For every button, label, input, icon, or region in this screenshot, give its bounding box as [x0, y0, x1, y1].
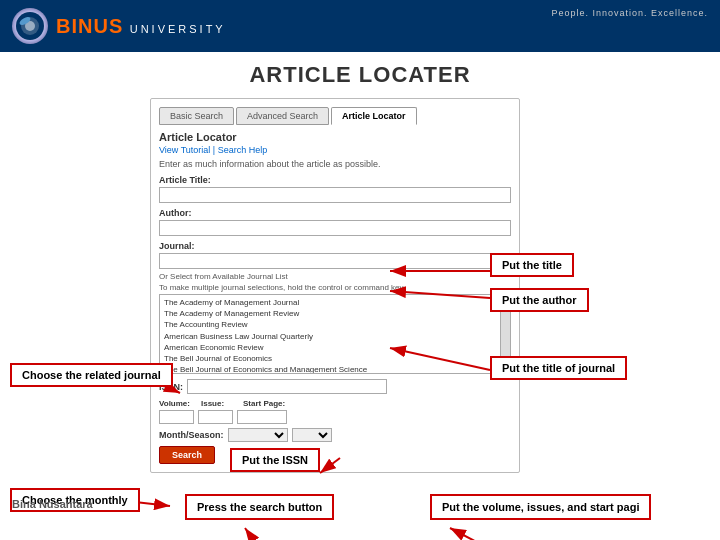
- search-button[interactable]: Search: [159, 446, 215, 464]
- form-links[interactable]: View Tutorial | Search Help: [159, 145, 511, 155]
- article-title-input[interactable]: [159, 187, 511, 203]
- list-item: The Bell Journal of Economics: [164, 353, 506, 364]
- page-title-area: ARTICLE LOCATER: [0, 52, 720, 94]
- vol-issue-row: [159, 410, 511, 424]
- logo-university: UNIVERSITY: [130, 23, 226, 35]
- month-select[interactable]: [228, 428, 288, 442]
- year-select[interactable]: [292, 428, 332, 442]
- start-page-col-header: Start Page:: [243, 399, 285, 408]
- tab-article-locator[interactable]: Article Locator: [331, 107, 417, 125]
- logo-icon: [12, 8, 48, 44]
- journal-label: Journal:: [159, 241, 511, 251]
- press-search-annotation: Press the search button: [185, 494, 334, 520]
- tab-basic-search[interactable]: Basic Search: [159, 107, 234, 125]
- journal-listbox[interactable]: The Academy of Management Journal The Ac…: [159, 294, 511, 374]
- issn-row: ISSN:: [159, 379, 511, 394]
- vol-issues-annotation: Put the volume, issues, and start pagi: [430, 494, 651, 520]
- list-item: The Academy of Management Journal: [164, 297, 506, 308]
- vol-issue-header: Volume: Issue: Start Page:: [159, 399, 511, 408]
- list-item: The Bell Journal of Economics and Manage…: [164, 364, 506, 374]
- month-year-label: Month/Season:: [159, 430, 224, 440]
- author-input[interactable]: [159, 220, 511, 236]
- issue-input[interactable]: [198, 410, 233, 424]
- author-label: Author:: [159, 208, 511, 218]
- page-title: ARTICLE LOCATER: [249, 62, 470, 87]
- article-title-label: Article Title:: [159, 175, 511, 185]
- bina-nusantara-label: Bina Nusantara: [12, 498, 93, 510]
- volume-col-header: Volume:: [159, 399, 199, 408]
- svg-line-11: [245, 528, 275, 540]
- issn-input[interactable]: [187, 379, 387, 394]
- tab-bar: Basic Search Advanced Search Article Loc…: [159, 107, 511, 125]
- logo-area: BINUS UNIVERSITY: [12, 8, 226, 44]
- put-title-annotation: Put the title: [490, 253, 574, 277]
- month-year-row: Month/Season:: [159, 428, 511, 442]
- article-locator-form: Basic Search Advanced Search Article Loc…: [150, 98, 520, 473]
- form-header: Article Locator: [159, 131, 511, 143]
- list-item: American Economic Review: [164, 342, 506, 353]
- journal-title-input[interactable]: [159, 253, 511, 269]
- logo-binus: BINUS: [56, 15, 123, 37]
- journal-help2: To make multiple journal selections, hol…: [159, 283, 511, 292]
- volume-input[interactable]: [159, 410, 194, 424]
- journal-list: The Academy of Management Journal The Ac…: [160, 295, 510, 374]
- start-page-input[interactable]: [237, 410, 287, 424]
- tagline: People. Innovation. Excellence.: [551, 8, 708, 18]
- list-item: The Accounting Review: [164, 319, 506, 330]
- choose-related-journal-annotation: Choose the related journal: [10, 363, 173, 387]
- list-item: American Business Law Journal Quarterly: [164, 331, 506, 342]
- header-bar: BINUS UNIVERSITY People. Innovation. Exc…: [0, 0, 720, 52]
- svg-line-12: [450, 528, 530, 540]
- tab-advanced-search[interactable]: Advanced Search: [236, 107, 329, 125]
- issue-col-header: Issue:: [201, 399, 241, 408]
- put-title-journal-annotation: Put the title of journal: [490, 356, 627, 380]
- list-item: The Academy of Management Review: [164, 308, 506, 319]
- put-issn-annotation: Put the ISSN: [230, 448, 320, 472]
- form-desc: Enter as much information about the arti…: [159, 159, 511, 169]
- put-author-annotation: Put the author: [490, 288, 589, 312]
- journal-help1: Or Select from Available Journal List: [159, 272, 511, 281]
